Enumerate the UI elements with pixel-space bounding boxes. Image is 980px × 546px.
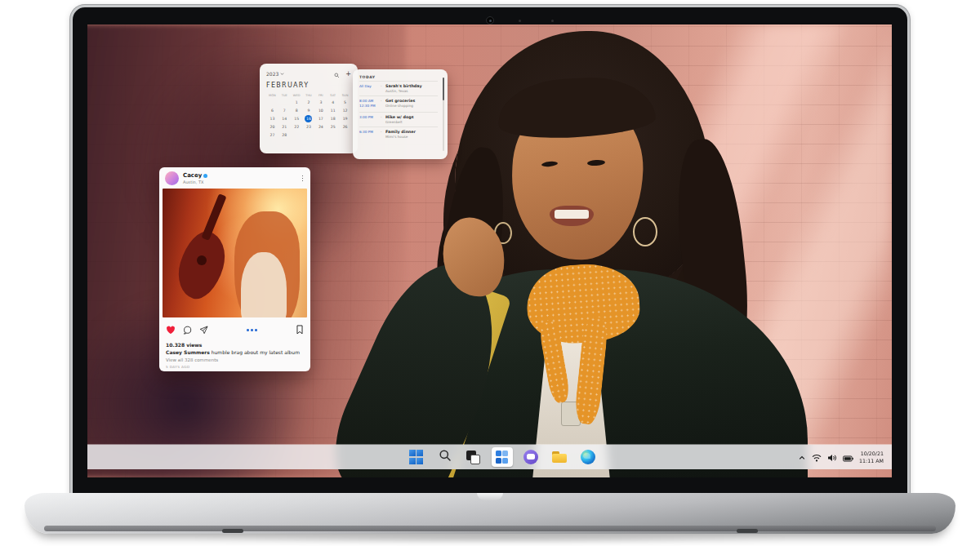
calendar-day[interactable]: 23 [303,123,315,131]
post-author[interactable]: Casey Summers [166,349,210,355]
carousel-dots [247,329,257,331]
calendar-day[interactable]: 25 [327,123,339,131]
agenda-header: TODAY [359,75,438,79]
edge-icon [581,450,595,464]
calendar-day[interactable]: 8 [291,107,303,114]
clock[interactable]: 10/20/21 11:11 AM [859,450,884,464]
tray-date: 10/20/21 [859,450,884,457]
calendar-day[interactable]: 15 [291,115,303,122]
laptop-foot [222,529,243,533]
calendar-day[interactable] [339,131,351,139]
event-title: Family dinner [385,130,416,134]
calendar-day[interactable]: 1 [291,99,303,106]
volume-icon[interactable] [827,450,837,465]
event-title: Get groceries [385,99,415,103]
widgets-icon [496,451,509,464]
calendar-grid: MON TUE WED THU FRI SAT SUN 1 2 3 4 5 6 … [266,93,351,139]
agenda-event[interactable]: All Day · Sarah's birthday Austin, Texas [359,81,438,95]
wifi-icon[interactable] [812,450,822,465]
calendar-day[interactable]: 19 [339,115,351,122]
avatar[interactable] [165,171,179,185]
post-username[interactable]: Cacey [183,172,202,179]
calendar-day[interactable] [278,99,291,106]
calendar-day[interactable]: 3 [314,99,327,106]
agenda-event[interactable]: 8:00 AM12:30 PM · Get groceries Online s… [359,95,438,112]
post-caption: humble brag about my latest album [212,349,300,355]
widgets-button[interactable] [492,447,513,467]
chat-button[interactable] [520,447,541,467]
more-options-icon[interactable] [301,174,305,184]
calendar-day[interactable]: 26 [339,123,351,131]
calendar-day[interactable] [291,131,303,139]
post-timestamp: 5 DAYS AGO [159,362,310,369]
calendar-day[interactable]: 4 [327,99,339,106]
calendar-day[interactable]: 11 [327,107,339,114]
search-icon[interactable] [334,66,340,82]
calendar-day[interactable]: 22 [291,123,303,131]
bookmark-icon[interactable] [296,322,304,338]
taskbar: 10/20/21 11:11 AM [87,445,892,469]
calendar-month-title: FEBRUARY [266,82,351,89]
desktop-wallpaper: 2023 + FEBRUARY MON TUE WED THU FRI SAT … [87,24,892,477]
calendar-day[interactable]: 5 [339,99,351,106]
scrollbar[interactable] [443,78,445,151]
calendar-day[interactable]: 2 [303,99,315,106]
task-view-icon [466,451,480,464]
tray-time: 11:11 AM [859,457,884,464]
calendar-day[interactable]: 14 [278,115,291,122]
chevron-up-icon[interactable] [798,450,806,465]
calendar-day[interactable] [303,131,315,139]
search-icon [439,449,452,465]
comment-icon[interactable] [183,322,192,338]
calendar-day[interactable]: 24 [314,123,327,131]
calendar-day[interactable]: 21 [278,123,291,131]
post-image[interactable] [163,189,307,317]
calendar-day[interactable]: 10 [314,107,327,114]
post-location[interactable]: Austin, TX [183,180,207,184]
calendar-day[interactable]: 7 [278,107,291,114]
agenda-event[interactable]: 3:00 PM · Hike w/ dogs Greenbelt [359,112,438,127]
calendar-year-dropdown[interactable]: 2023 [266,71,278,77]
start-button[interactable] [406,447,427,467]
calendar-day[interactable]: 20 [266,123,278,131]
calendar-day[interactable]: 13 [266,115,278,122]
calendar-day[interactable]: 28 [278,131,291,139]
ukulele-soundhole [197,255,207,265]
calendar-day[interactable] [314,131,327,139]
calendar-day[interactable] [327,131,339,139]
calendar-day[interactable]: 9 [303,107,315,114]
calendar-day[interactable]: 27 [266,131,278,139]
social-post-card: Cacey Austin, TX [159,167,310,371]
edge-button[interactable] [577,447,599,467]
add-event-button[interactable]: + [345,72,351,77]
chevron-down-icon [280,72,284,76]
laptop-lid: 2023 + FEBRUARY MON TUE WED THU FRI SAT … [70,5,910,499]
calendar-day[interactable]: 6 [266,107,278,114]
search-button[interactable] [434,447,456,467]
calendar-day-header: SAT [327,93,339,98]
calendar-day[interactable]: 12 [339,107,351,114]
system-tray[interactable]: 10/20/21 11:11 AM [798,445,884,469]
ukulele [172,226,231,304]
calendar-day[interactable]: 17 [314,115,327,122]
event-title: Sarah's birthday [385,84,422,88]
ground-shadow [74,534,906,544]
windows-logo-icon [409,450,424,464]
calendar-day[interactable] [266,99,278,106]
agenda-event[interactable]: 6:30 PM · Family dinner Mimi's house [359,127,438,141]
calendar-day-header: THU [303,93,315,98]
laptop-foot [737,529,758,533]
verified-badge-icon [203,174,207,178]
calendar-day[interactable]: 18 [327,115,339,122]
share-icon[interactable] [199,322,208,338]
file-explorer-button[interactable] [549,447,570,467]
battery-icon[interactable] [843,450,853,465]
task-view-button[interactable] [463,447,484,467]
like-icon[interactable] [166,322,176,338]
scrollbar-thumb[interactable] [443,78,445,100]
event-subtitle: Austin, Texas [385,89,422,93]
folder-icon [552,451,567,463]
view-comments-link[interactable]: View all 328 comments [159,356,310,362]
hoop-earring-right [633,217,657,246]
calendar-day-selected[interactable]: 16 [305,115,312,122]
